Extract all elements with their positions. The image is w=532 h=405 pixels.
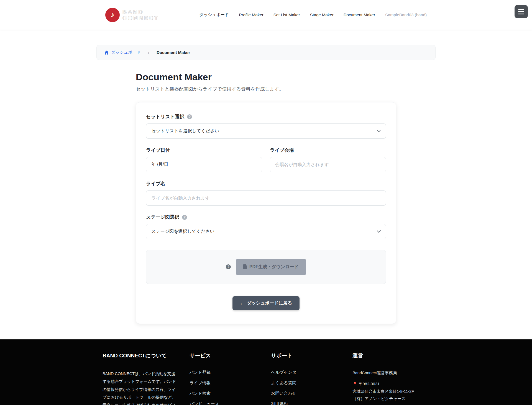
chevron-down-icon — [377, 130, 381, 132]
logo-music-note-icon: ♪ — [105, 8, 120, 22]
main-content: Document Maker セットリストと楽器配置図からライブで使用する資料を… — [136, 72, 396, 324]
footer-corp-name: （有）アノン・ピクチャーズ — [352, 396, 429, 402]
breadcrumb-home-label: ダッシュボード — [111, 50, 141, 55]
home-icon — [104, 50, 109, 55]
footer-link-contact[interactable]: お問い合わせ — [271, 391, 340, 396]
current-band-name: SampleBand03 (band) — [385, 12, 427, 17]
footer-company-column: 運営 BandConnect運営事務局 📍 〒982-0031 宮城県仙台市太白… — [352, 352, 429, 405]
footer-about-column: BAND CONNECTについて BAND CONNECTは、バンド活動を支援す… — [103, 352, 177, 405]
nav-profile-maker[interactable]: Profile Maker — [239, 12, 263, 17]
setlist-field: セットリスト選択 ? セットリストを選択してください — [146, 113, 386, 139]
setlist-label: セットリスト選択 — [146, 113, 184, 120]
footer-link-terms[interactable]: 利用規約 — [271, 401, 340, 405]
footer-support-column: サポート ヘルプセンター よくある質問 お問い合わせ 利用規約 プライバシーポリ… — [271, 352, 340, 405]
footer-company-heading: 運営 — [352, 352, 429, 363]
stage-label: ステージ図選択 — [146, 214, 179, 220]
live-name-field: ライブ名 — [146, 180, 386, 206]
pdf-generate-label: PDF生成・ダウンロード — [249, 264, 299, 270]
footer-link-band-search[interactable]: バンド検索 — [190, 391, 258, 396]
logo-line1: BAND — [122, 9, 159, 15]
nav-set-list-maker[interactable]: Set List Maker — [273, 12, 300, 17]
footer-services-column: サービス バンド登録 ライブ情報 バンド検索 バンドニュース — [190, 352, 258, 405]
document-maker-card: セットリスト選択 ? セットリストを選択してください ライブ日付 ライブ会場 — [136, 102, 396, 324]
pdf-generate-button[interactable]: PDF生成・ダウンロード — [236, 259, 306, 275]
map-pin-icon: 📍 — [352, 382, 357, 386]
stage-help-icon[interactable]: ? — [182, 215, 187, 220]
logo[interactable]: ♪ BAND CONNECT — [105, 8, 159, 22]
header: ♪ BAND CONNECT ダッシュボード Profile Maker Set… — [0, 0, 532, 30]
footer-link-band-news[interactable]: バンドニュース — [190, 401, 258, 405]
footer-address: 宮城県仙台市太白区泉崎1-8-11-2F — [352, 388, 429, 394]
live-name-label-row: ライブ名 — [146, 180, 386, 187]
hamburger-menu-button[interactable] — [515, 5, 528, 18]
nav-dashboard[interactable]: ダッシュボード — [199, 12, 229, 17]
setlist-help-icon[interactable]: ? — [187, 114, 192, 119]
logo-line2: CONNECT — [122, 15, 159, 21]
venue-field: ライブ会場 — [270, 147, 386, 172]
footer-about-text: BAND CONNECTは、バンド活動を支援する総合プラットフォームです。バンド… — [103, 370, 177, 405]
breadcrumb-separator-icon: › — [145, 50, 153, 55]
live-date-label-row: ライブ日付 — [146, 147, 262, 153]
breadcrumb: ダッシュボード › Document Maker — [96, 45, 436, 60]
chevron-down-icon — [377, 230, 381, 233]
back-arrow-icon: ← — [240, 301, 244, 306]
page-title: Document Maker — [136, 72, 396, 82]
stage-select-value: ステージ図を選択してください — [151, 229, 214, 234]
pdf-help-icon[interactable]: ? — [226, 264, 231, 269]
hamburger-bar — [518, 14, 524, 15]
pdf-file-icon — [243, 264, 247, 269]
footer-services-heading: サービス — [190, 352, 258, 363]
stage-field: ステージ図選択 ? ステージ図を選択してください — [146, 214, 386, 239]
breadcrumb-section: ダッシュボード › Document Maker — [0, 30, 532, 60]
venue-label-row: ライブ会場 — [270, 147, 386, 153]
footer-link-faq[interactable]: よくある質問 — [271, 380, 340, 386]
hamburger-bar — [518, 9, 524, 10]
live-name-input[interactable] — [146, 190, 386, 206]
setlist-label-row: セットリスト選択 ? — [146, 113, 386, 120]
nav-document-maker[interactable]: Document Maker — [344, 12, 375, 17]
back-to-dashboard-label: ダッシュボードに戻る — [247, 300, 292, 306]
footer-postal-row: 📍 〒982-0031 — [352, 381, 429, 387]
back-button-row: ← ダッシュボードに戻る — [146, 296, 386, 310]
footer-link-live-info[interactable]: ライブ情報 — [190, 380, 258, 386]
stage-select[interactable]: ステージ図を選択してください — [146, 224, 386, 239]
footer-about-heading: BAND CONNECTについて — [103, 352, 177, 363]
live-date-label: ライブ日付 — [146, 147, 170, 153]
logo-text: BAND CONNECT — [122, 9, 159, 21]
nav-stage-maker[interactable]: Stage Maker — [310, 12, 334, 17]
live-date-input[interactable] — [146, 157, 262, 172]
footer-postal-code: 〒982-0031 — [359, 382, 380, 386]
main-nav: ダッシュボード Profile Maker Set List Maker Sta… — [199, 12, 427, 17]
footer-link-band-register[interactable]: バンド登録 — [190, 370, 258, 375]
footer-company-name: BandConnect運営事務局 — [352, 370, 429, 376]
footer-support-heading: サポート — [271, 352, 340, 363]
hamburger-bar — [518, 11, 524, 12]
stage-label-row: ステージ図選択 ? — [146, 214, 386, 220]
live-date-field: ライブ日付 — [146, 147, 262, 172]
back-to-dashboard-button[interactable]: ← ダッシュボードに戻る — [232, 296, 300, 310]
page-subtitle: セットリストと楽器配置図からライブで使用する資料を作成します。 — [136, 86, 396, 92]
breadcrumb-home-link[interactable]: ダッシュボード — [104, 50, 141, 55]
footer-link-help-center[interactable]: ヘルプセンター — [271, 370, 340, 375]
live-name-label: ライブ名 — [146, 180, 165, 187]
setlist-select[interactable]: セットリストを選択してください — [146, 123, 386, 139]
venue-label: ライブ会場 — [270, 147, 294, 153]
breadcrumb-current: Document Maker — [157, 50, 190, 55]
venue-input[interactable] — [270, 157, 386, 172]
setlist-select-value: セットリストを選択してください — [151, 128, 219, 134]
footer: BAND CONNECTについて BAND CONNECTは、バンド活動を支援す… — [0, 339, 532, 405]
pdf-generate-panel: ? PDF生成・ダウンロード — [146, 250, 386, 284]
